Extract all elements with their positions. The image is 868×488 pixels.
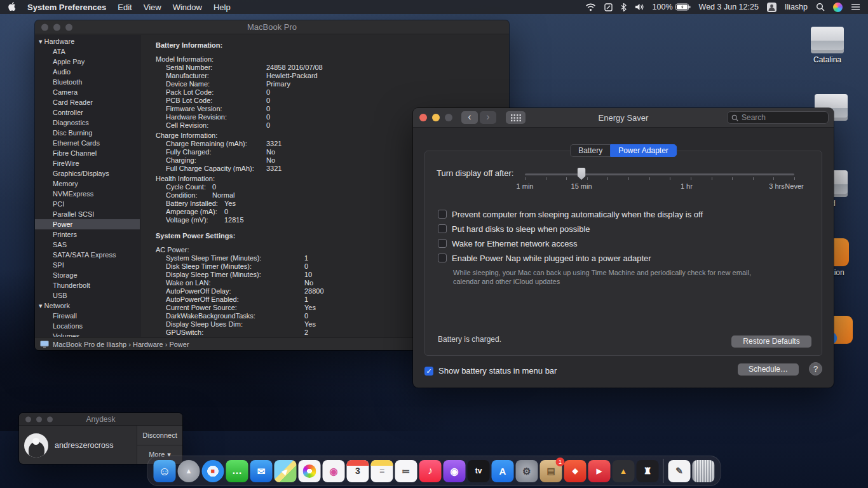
sidebar-item[interactable]: SPI — [35, 260, 140, 270]
dock-icon-trash[interactable] — [693, 460, 715, 482]
sidebar-item[interactable]: Locations — [35, 321, 140, 331]
dock-icon-safari[interactable]: ◆ — [202, 460, 224, 482]
dock-icon-drive-app[interactable]: ▲ — [613, 460, 635, 482]
dock-icon-messages[interactable]: … — [226, 460, 248, 482]
sidebar-item[interactable]: Card Reader — [35, 97, 140, 107]
sysinfo-titlebar[interactable]: MacBook Pro — [35, 20, 509, 34]
schedule-button[interactable]: Schedule… — [738, 363, 799, 376]
sidebar-item[interactable]: Ethernet Cards — [35, 138, 140, 148]
volume-icon[interactable] — [635, 3, 644, 11]
sidebar-item[interactable]: ATA — [35, 46, 140, 57]
dock-icon-red-app-1[interactable]: ◆ — [564, 460, 587, 482]
menu-help[interactable]: Help — [214, 3, 231, 12]
energy-titlebar[interactable]: Energy Saver ‹ › Search — [413, 108, 834, 128]
menu-view[interactable]: View — [144, 3, 161, 12]
tab-battery[interactable]: Battery — [570, 144, 610, 157]
close-button[interactable] — [25, 416, 31, 422]
clock[interactable]: Wed 3 Jun 12:25 — [699, 3, 759, 11]
close-button[interactable] — [41, 24, 48, 30]
dock-icon-tv[interactable]: tv — [468, 460, 490, 482]
menu-window[interactable]: Window — [173, 3, 202, 12]
sidebar-item[interactable]: Memory — [35, 179, 140, 189]
battery-info-heading: Battery Information: — [156, 41, 509, 50]
dock-icon-system-preferences[interactable]: ⚙ — [516, 460, 538, 482]
sidebar-item[interactable]: Printers — [35, 229, 140, 240]
dock-icon-app-store[interactable]: A — [492, 460, 514, 482]
show-all-button[interactable] — [506, 111, 526, 124]
dock-icon-music[interactable]: ♪ — [419, 460, 442, 482]
back-button[interactable]: ‹ — [461, 111, 478, 124]
desktop-icon-catalina[interactable]: Catalina — [808, 27, 846, 64]
dock-icon-mail[interactable]: ✉ — [250, 460, 273, 482]
search-input[interactable]: Search — [727, 111, 829, 124]
window-controls[interactable] — [41, 24, 72, 30]
wifi-icon[interactable] — [585, 3, 596, 11]
sidebar-item[interactable]: Power — [35, 219, 140, 229]
sidebar-item[interactable]: Fibre Channel — [35, 148, 140, 158]
sidebar-item[interactable]: FireWire — [35, 158, 140, 168]
input-menu-icon[interactable] — [604, 3, 613, 11]
dock-icon-photo-booth[interactable]: ◉ — [323, 460, 345, 482]
sidebar-item[interactable]: Disc Burning — [35, 128, 140, 138]
show-battery-checkbox[interactable]: Show battery status in menu bar — [424, 366, 557, 376]
siri-icon[interactable] — [833, 3, 843, 12]
user-name[interactable]: Iliashp — [785, 3, 808, 11]
sidebar-item[interactable]: Diagnostics — [35, 118, 140, 128]
energy-checkbox[interactable]: Wake for Ethernet network access — [438, 239, 703, 248]
sidebar-section[interactable]: ▾ Network — [35, 301, 140, 311]
dock-icon-dark-app[interactable]: ♜ — [637, 460, 659, 482]
battery-menu[interactable]: 100% — [653, 3, 691, 11]
help-button[interactable]: ? — [809, 362, 822, 376]
sidebar-item[interactable]: Camera — [35, 87, 140, 97]
zoom-button[interactable] — [47, 416, 53, 422]
sidebar-item[interactable]: PCI — [35, 199, 140, 209]
sidebar-item[interactable]: Volumes — [35, 331, 140, 337]
sidebar-item[interactable]: SAS — [35, 240, 140, 250]
notification-center-icon[interactable] — [851, 3, 860, 11]
forward-button[interactable]: › — [480, 111, 496, 124]
dock-icon-reminders[interactable]: ≔ — [395, 460, 417, 482]
bluetooth-icon[interactable] — [621, 3, 627, 11]
disconnect-button[interactable]: Disconnect — [137, 426, 182, 445]
tab-power-adapter[interactable]: Power Adapter — [610, 144, 677, 157]
sidebar-item[interactable]: Parallel SCSI — [35, 209, 140, 219]
sidebar-item[interactable]: Bluetooth — [35, 77, 140, 87]
sidebar-item[interactable]: Thunderbolt — [35, 280, 140, 290]
dock-icon-launchpad[interactable]: ▲ — [178, 460, 200, 482]
energy-checkbox[interactable]: Enable Power Nap while plugged into a po… — [438, 254, 703, 262]
sidebar-item[interactable]: Storage — [35, 270, 140, 280]
dock-icon-textedit[interactable]: ✎ — [668, 460, 691, 482]
active-app-menu[interactable]: System Preferences — [27, 3, 106, 12]
dock-icon-gold-app[interactable]: ▤1 — [540, 460, 562, 482]
energy-checkbox[interactable]: Prevent computer from sleeping automatic… — [438, 210, 703, 219]
dock-icon-calendar[interactable]: 3 — [347, 460, 369, 482]
dock-icon-notes[interactable]: ≡ — [371, 460, 393, 482]
sidebar-item[interactable]: Graphics/Displays — [35, 168, 140, 179]
sidebar-item[interactable]: Audio — [35, 67, 140, 77]
dock-icon-red-app-2[interactable]: ▶ — [588, 460, 611, 482]
dock-icon-maps[interactable]: ▶ — [275, 460, 297, 482]
dock-icon-finder[interactable]: ☺ — [154, 460, 176, 482]
sidebar-section[interactable]: ▾ Hardware — [35, 36, 140, 46]
sidebar-item[interactable]: Apple Pay — [35, 57, 140, 67]
display-off-slider[interactable]: 1 min15 min1 hr3 hrsNever — [525, 165, 794, 193]
zoom-button[interactable] — [65, 24, 72, 30]
anydesk-titlebar[interactable]: Anydesk — [19, 413, 182, 426]
sidebar-item[interactable]: Controller — [35, 107, 140, 118]
sidebar-item[interactable]: NVMExpress — [35, 189, 140, 199]
minimize-button[interactable] — [53, 24, 60, 30]
minimize-button[interactable] — [36, 416, 42, 422]
apple-menu-icon[interactable] — [8, 1, 16, 13]
sidebar-item[interactable]: USB — [35, 290, 140, 301]
dock-icon-podcasts[interactable]: ◉ — [444, 460, 466, 482]
sidebar-item[interactable]: Firewall — [35, 311, 140, 321]
energy-checkbox[interactable]: Put hard disks to sleep when possible — [438, 224, 703, 233]
restore-defaults-button[interactable]: Restore Defaults — [731, 336, 811, 348]
sidebar-item[interactable]: SATA/SATA Express — [35, 250, 140, 260]
menu-edit[interactable]: Edit — [118, 3, 132, 12]
dock-icon-photos[interactable] — [299, 460, 321, 482]
slider-thumb[interactable] — [578, 168, 586, 180]
spotlight-icon[interactable] — [816, 3, 825, 11]
user-avatar-icon[interactable] — [767, 3, 776, 12]
window-controls[interactable] — [25, 416, 53, 422]
